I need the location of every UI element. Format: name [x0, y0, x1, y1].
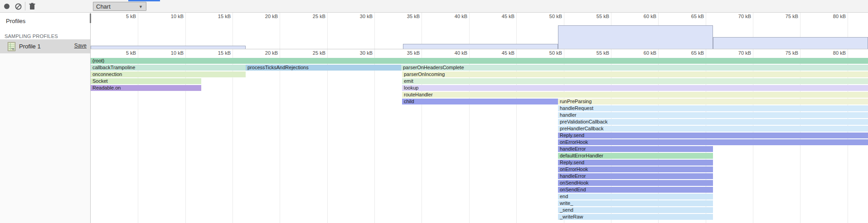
profiles-sidebar: Profiles SAMPLING PROFILES % Profile 1 S…: [0, 13, 91, 223]
tick-label: 50 kB: [526, 14, 562, 19]
grid-line: [374, 13, 375, 49]
profiler-app: Chart ▼ Profiles SAMPLING PROFILES % Pro…: [0, 0, 868, 223]
flame-bar-preValidationCallback[interactable]: preValidationCallback: [558, 119, 868, 125]
flame-bar-onErrorHook[interactable]: onErrorHook: [558, 166, 713, 172]
grid-line: [374, 49, 375, 223]
grid-line: [185, 13, 186, 49]
tick-label: 10 kB: [147, 50, 184, 56]
tick-label: 70 kB: [715, 50, 751, 56]
record-button[interactable]: [2, 1, 12, 11]
trash-icon: [29, 3, 35, 10]
tick-label: 45 kB: [478, 14, 514, 19]
flame-bar-child[interactable]: child: [402, 99, 558, 104]
tick-label: 40 kB: [431, 50, 467, 56]
save-profile-link[interactable]: Save: [74, 43, 87, 49]
profile-name: Profile 1: [19, 43, 41, 50]
tick-label: 75 kB: [762, 50, 798, 56]
flame-bar-onErrorHook[interactable]: onErrorHook: [558, 139, 868, 145]
overview-segment[interactable]: [91, 46, 246, 49]
toolbar: Chart ▼: [0, 0, 868, 13]
flame-bar-_send[interactable]: _send: [558, 207, 713, 213]
clear-all-button[interactable]: [13, 1, 23, 11]
flame-bar-Reply.send[interactable]: Reply.send: [558, 133, 868, 138]
page-title: Profiles: [6, 18, 25, 24]
tick-label: 55 kB: [573, 50, 609, 56]
tick-label: 5 kB: [100, 50, 136, 56]
tick-label: 60 kB: [620, 14, 656, 19]
tick-label: 5 kB: [100, 14, 136, 19]
flame-bar-defaultErrorHandler[interactable]: defaultErrorHandler: [558, 153, 713, 159]
block-icon: [15, 3, 22, 10]
flame-bar-emit[interactable]: emit: [402, 78, 868, 84]
flame-bar-Socket[interactable]: Socket: [91, 78, 201, 84]
flame-bar-onconnection[interactable]: onconnection: [91, 71, 246, 77]
grid-line: [280, 49, 280, 223]
tick-label: 50 kB: [526, 50, 562, 56]
overview-window-handle[interactable]: [90, 14, 91, 23]
tick-label: 15 kB: [194, 14, 231, 19]
delete-profile-button[interactable]: [27, 1, 37, 11]
grid-line: [469, 13, 470, 49]
grid-line: [138, 13, 138, 49]
flame-bar-preHandlerCallback[interactable]: preHandlerCallback: [558, 126, 868, 132]
flame-bar-handleError[interactable]: handleError: [558, 146, 713, 152]
tick-label: 65 kB: [668, 14, 704, 19]
overview-segment[interactable]: [558, 25, 713, 49]
sidebar-empty-area: [0, 53, 90, 223]
grid-line: [233, 13, 233, 49]
tick-label: 40 kB: [431, 14, 467, 19]
tick-label: 60 kB: [620, 50, 656, 56]
flame-bar-parserOnIncoming[interactable]: parserOnIncoming: [402, 71, 868, 77]
tick-label: 80 kB: [810, 14, 846, 19]
record-icon: [4, 3, 10, 9]
flame-bar-_writeRaw[interactable]: _writeRaw: [558, 214, 713, 220]
tick-label: 75 kB: [762, 14, 798, 19]
grid-line: [280, 13, 280, 49]
tick-label: 20 kB: [242, 50, 278, 56]
profile-document-icon: %: [8, 42, 15, 51]
flame-bar-lookup[interactable]: lookup: [402, 85, 868, 91]
tick-label: 70 kB: [715, 14, 751, 19]
overview-pane[interactable]: 5 kB10 kB15 kB20 kB25 kB30 kB35 kB40 kB4…: [91, 13, 868, 49]
tick-label: 55 kB: [573, 14, 609, 19]
grid-line: [516, 13, 517, 49]
flame-bar-parserOnHeadersComplete[interactable]: parserOnHeadersComplete: [401, 65, 868, 71]
flame-bar-handler[interactable]: handler: [558, 112, 868, 118]
flame-bar-runPreParsing[interactable]: runPreParsing: [558, 99, 868, 104]
section-header-sampling-profiles: SAMPLING PROFILES: [5, 33, 58, 39]
flame-bar-end[interactable]: end: [558, 194, 713, 199]
flame-bar-callbackTrampoline[interactable]: callbackTrampoline: [91, 65, 246, 71]
tick-label: 30 kB: [336, 50, 373, 56]
flame-bar-onSendEnd[interactable]: onSendEnd: [558, 187, 713, 193]
tick-label: 65 kB: [668, 50, 704, 56]
flame-bar-write_[interactable]: write_: [558, 200, 713, 206]
flame-bar-Reply.send[interactable]: Reply.send: [558, 160, 713, 166]
tick-label: 20 kB: [242, 14, 278, 19]
tick-label: 35 kB: [383, 14, 420, 19]
grid-line: [422, 13, 422, 49]
tick-label: 25 kB: [289, 50, 325, 56]
flame-bar-onSendHook[interactable]: onSendHook: [558, 180, 713, 186]
view-mode-select[interactable]: Chart ▼: [93, 2, 146, 11]
tick-label: 80 kB: [810, 50, 846, 56]
sidebar-item-profile-1[interactable]: % Profile 1 Save: [0, 39, 90, 53]
tick-label: 10 kB: [147, 14, 184, 19]
overview-segment[interactable]: [403, 44, 558, 49]
selected-tab-underline: [128, 0, 160, 1]
toolbar-separator: [25, 2, 25, 10]
flame-bar-root[interactable]: (root): [91, 58, 868, 64]
flame-bar-Readable.on[interactable]: Readable.on: [91, 85, 201, 91]
flame-bar-processTicksAndRejections[interactable]: processTicksAndRejections: [246, 65, 401, 71]
overview-segment[interactable]: [713, 37, 868, 49]
flame-bar-routeHandler[interactable]: routeHandler: [402, 92, 868, 98]
tick-label: 30 kB: [336, 14, 373, 19]
svg-text:%: %: [11, 47, 14, 50]
tick-label: 15 kB: [194, 50, 231, 56]
view-mode-value: Chart: [96, 3, 111, 10]
grid-line: [327, 49, 328, 223]
flame-chart-pane[interactable]: 5 kB10 kB15 kB20 kB25 kB30 kB35 kB40 kB4…: [91, 49, 868, 223]
flame-bar-handleRequest[interactable]: handleRequest: [558, 105, 868, 111]
tick-label: 35 kB: [383, 50, 420, 56]
tick-label: 45 kB: [478, 50, 514, 56]
flame-bar-handleError[interactable]: handleError: [558, 173, 713, 179]
